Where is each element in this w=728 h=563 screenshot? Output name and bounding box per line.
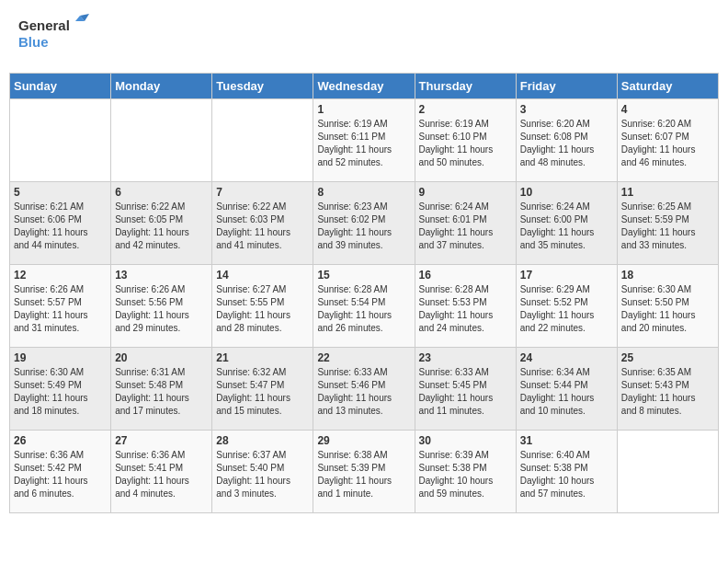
day-info: Sunrise: 6:20 AM Sunset: 6:07 PM Dayligh… <box>621 118 714 169</box>
calendar-cell: 4Sunrise: 6:20 AM Sunset: 6:07 PM Daylig… <box>617 99 718 182</box>
calendar-header: SundayMondayTuesdayWednesdayThursdayFrid… <box>10 74 719 99</box>
day-number: 1 <box>317 103 410 116</box>
calendar-cell <box>111 99 212 182</box>
calendar-cell: 11Sunrise: 6:25 AM Sunset: 5:59 PM Dayli… <box>617 182 718 265</box>
svg-text:General: General <box>18 17 70 33</box>
day-number: 17 <box>520 269 613 282</box>
calendar-cell: 31Sunrise: 6:40 AM Sunset: 5:38 PM Dayli… <box>516 431 617 513</box>
calendar-cell <box>212 99 313 182</box>
calendar-cell: 14Sunrise: 6:27 AM Sunset: 5:55 PM Dayli… <box>212 265 313 348</box>
day-info: Sunrise: 6:23 AM Sunset: 6:02 PM Dayligh… <box>317 201 410 252</box>
calendar-cell: 9Sunrise: 6:24 AM Sunset: 6:01 PM Daylig… <box>415 182 516 265</box>
day-info: Sunrise: 6:19 AM Sunset: 6:11 PM Dayligh… <box>317 118 410 169</box>
calendar-cell: 15Sunrise: 6:28 AM Sunset: 5:54 PM Dayli… <box>313 265 415 348</box>
day-number: 28 <box>216 434 309 447</box>
weekday-header: Thursday <box>415 74 516 99</box>
calendar-cell: 26Sunrise: 6:36 AM Sunset: 5:42 PM Dayli… <box>10 431 111 513</box>
day-number: 30 <box>419 434 512 447</box>
calendar-cell: 16Sunrise: 6:28 AM Sunset: 5:53 PM Dayli… <box>415 265 516 348</box>
day-number: 9 <box>419 186 512 199</box>
day-info: Sunrise: 6:28 AM Sunset: 5:54 PM Dayligh… <box>317 283 410 335</box>
calendar-cell: 29Sunrise: 6:38 AM Sunset: 5:39 PM Dayli… <box>313 431 415 513</box>
day-info: Sunrise: 6:19 AM Sunset: 6:10 PM Dayligh… <box>419 118 512 169</box>
day-number: 31 <box>520 434 613 447</box>
day-number: 20 <box>115 351 208 364</box>
day-info: Sunrise: 6:35 AM Sunset: 5:43 PM Dayligh… <box>621 366 714 418</box>
day-number: 7 <box>216 186 309 199</box>
day-info: Sunrise: 6:21 AM Sunset: 6:06 PM Dayligh… <box>14 201 107 252</box>
weekday-header: Sunday <box>10 74 111 99</box>
calendar-cell: 28Sunrise: 6:37 AM Sunset: 5:40 PM Dayli… <box>212 431 313 513</box>
day-info: Sunrise: 6:37 AM Sunset: 5:40 PM Dayligh… <box>216 449 309 500</box>
day-number: 12 <box>14 269 107 282</box>
calendar-cell: 25Sunrise: 6:35 AM Sunset: 5:43 PM Dayli… <box>617 348 718 431</box>
day-info: Sunrise: 6:24 AM Sunset: 6:01 PM Dayligh… <box>419 201 512 252</box>
day-number: 8 <box>317 186 410 199</box>
day-number: 4 <box>621 103 714 116</box>
calendar-cell: 20Sunrise: 6:31 AM Sunset: 5:48 PM Dayli… <box>111 348 212 431</box>
calendar-cell: 30Sunrise: 6:39 AM Sunset: 5:38 PM Dayli… <box>415 431 516 513</box>
day-info: Sunrise: 6:33 AM Sunset: 5:45 PM Dayligh… <box>419 366 512 418</box>
day-number: 14 <box>216 269 309 282</box>
calendar-cell: 21Sunrise: 6:32 AM Sunset: 5:47 PM Dayli… <box>212 348 313 431</box>
day-info: Sunrise: 6:40 AM Sunset: 5:38 PM Dayligh… <box>520 449 613 500</box>
day-number: 16 <box>419 269 512 282</box>
day-info: Sunrise: 6:32 AM Sunset: 5:47 PM Dayligh… <box>216 366 309 418</box>
calendar-cell: 18Sunrise: 6:30 AM Sunset: 5:50 PM Dayli… <box>617 265 718 348</box>
day-number: 24 <box>520 351 613 364</box>
day-number: 10 <box>520 186 613 199</box>
calendar-cell: 27Sunrise: 6:36 AM Sunset: 5:41 PM Dayli… <box>111 431 212 513</box>
svg-text:Blue: Blue <box>18 34 49 50</box>
logo: General Blue <box>18 14 92 59</box>
day-info: Sunrise: 6:29 AM Sunset: 5:52 PM Dayligh… <box>520 283 613 335</box>
day-number: 3 <box>520 103 613 116</box>
day-number: 5 <box>14 186 107 199</box>
day-info: Sunrise: 6:33 AM Sunset: 5:46 PM Dayligh… <box>317 366 410 418</box>
weekday-header: Saturday <box>617 74 718 99</box>
day-number: 11 <box>621 186 714 199</box>
day-number: 23 <box>419 351 512 364</box>
day-number: 29 <box>317 434 410 447</box>
day-info: Sunrise: 6:31 AM Sunset: 5:48 PM Dayligh… <box>115 366 208 418</box>
calendar-cell: 19Sunrise: 6:30 AM Sunset: 5:49 PM Dayli… <box>10 348 111 431</box>
calendar-cell: 22Sunrise: 6:33 AM Sunset: 5:46 PM Dayli… <box>313 348 415 431</box>
calendar-cell: 2Sunrise: 6:19 AM Sunset: 6:10 PM Daylig… <box>415 99 516 182</box>
day-info: Sunrise: 6:22 AM Sunset: 6:03 PM Dayligh… <box>216 201 309 252</box>
weekday-header: Tuesday <box>212 74 313 99</box>
day-number: 6 <box>115 186 208 199</box>
day-number: 27 <box>115 434 208 447</box>
day-info: Sunrise: 6:38 AM Sunset: 5:39 PM Dayligh… <box>317 449 410 500</box>
calendar-cell: 17Sunrise: 6:29 AM Sunset: 5:52 PM Dayli… <box>516 265 617 348</box>
day-number: 22 <box>317 351 410 364</box>
day-info: Sunrise: 6:26 AM Sunset: 5:56 PM Dayligh… <box>115 283 208 335</box>
calendar-cell: 5Sunrise: 6:21 AM Sunset: 6:06 PM Daylig… <box>10 182 111 265</box>
calendar-cell: 13Sunrise: 6:26 AM Sunset: 5:56 PM Dayli… <box>111 265 212 348</box>
calendar-cell: 10Sunrise: 6:24 AM Sunset: 6:00 PM Dayli… <box>516 182 617 265</box>
day-info: Sunrise: 6:26 AM Sunset: 5:57 PM Dayligh… <box>14 283 107 335</box>
calendar-cell: 7Sunrise: 6:22 AM Sunset: 6:03 PM Daylig… <box>212 182 313 265</box>
day-info: Sunrise: 6:22 AM Sunset: 6:05 PM Dayligh… <box>115 201 208 252</box>
day-number: 19 <box>14 351 107 364</box>
day-info: Sunrise: 6:20 AM Sunset: 6:08 PM Dayligh… <box>520 118 613 169</box>
day-number: 18 <box>621 269 714 282</box>
day-number: 13 <box>115 269 208 282</box>
calendar-cell <box>617 431 718 513</box>
page-header: General Blue <box>9 9 719 63</box>
day-info: Sunrise: 6:28 AM Sunset: 5:53 PM Dayligh… <box>419 283 512 335</box>
calendar-cell: 6Sunrise: 6:22 AM Sunset: 6:05 PM Daylig… <box>111 182 212 265</box>
weekday-header: Monday <box>111 74 212 99</box>
day-number: 21 <box>216 351 309 364</box>
day-info: Sunrise: 6:27 AM Sunset: 5:55 PM Dayligh… <box>216 283 309 335</box>
day-info: Sunrise: 6:34 AM Sunset: 5:44 PM Dayligh… <box>520 366 613 418</box>
weekday-header: Wednesday <box>313 74 415 99</box>
logo-block: General Blue <box>18 14 92 59</box>
calendar-cell <box>10 99 111 182</box>
calendar-cell: 23Sunrise: 6:33 AM Sunset: 5:45 PM Dayli… <box>415 348 516 431</box>
day-info: Sunrise: 6:36 AM Sunset: 5:41 PM Dayligh… <box>115 449 208 500</box>
calendar-cell: 24Sunrise: 6:34 AM Sunset: 5:44 PM Dayli… <box>516 348 617 431</box>
day-number: 2 <box>419 103 512 116</box>
day-info: Sunrise: 6:30 AM Sunset: 5:50 PM Dayligh… <box>621 283 714 335</box>
calendar-cell: 8Sunrise: 6:23 AM Sunset: 6:02 PM Daylig… <box>313 182 415 265</box>
calendar-cell: 1Sunrise: 6:19 AM Sunset: 6:11 PM Daylig… <box>313 99 415 182</box>
day-info: Sunrise: 6:36 AM Sunset: 5:42 PM Dayligh… <box>14 449 107 500</box>
